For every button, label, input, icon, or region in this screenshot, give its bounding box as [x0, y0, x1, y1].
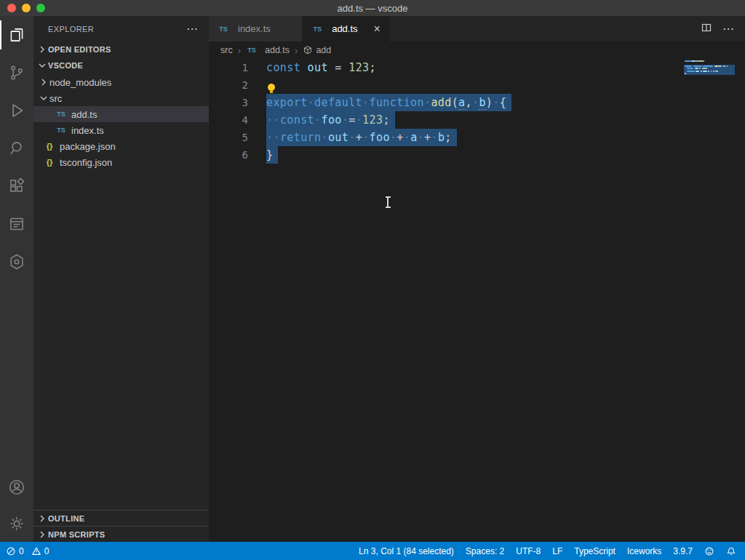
activity-item-account[interactable]	[0, 469, 33, 505]
typescript-file-icon: TS	[55, 111, 67, 118]
line-number: 5	[209, 129, 248, 146]
chevron-down-icon	[38, 92, 49, 104]
line-number: 3	[209, 94, 248, 111]
code-line-5: 5··return·out·+·foo·+·a·+·b;	[209, 129, 680, 146]
warning-icon	[31, 546, 41, 556]
zoom-window-button[interactable]	[36, 4, 45, 12]
lightbulb-icon[interactable]	[268, 84, 275, 91]
section-npm-scripts[interactable]: NPM SCRIPTS	[33, 526, 209, 542]
typescript-file-icon: TS	[218, 25, 229, 33]
tab-label: add.ts	[332, 23, 357, 34]
status-label: Ln 3, Col 1 (84 selected)	[359, 546, 454, 556]
line-text: export·default·function·add(a,·b)·{	[266, 94, 511, 111]
tree-item-add-ts[interactable]: TSadd.ts	[33, 106, 209, 122]
tree-item-label: package.json	[60, 141, 116, 152]
section-root-folder[interactable]: VSCODE	[33, 57, 209, 73]
status-warnings[interactable]: 0	[31, 546, 49, 556]
chevron-down-icon	[36, 60, 48, 71]
status-item[interactable]: Ln 3, Col 1 (84 selected)	[359, 546, 454, 556]
close-icon[interactable]: ×	[374, 23, 381, 35]
code-line-2: 2	[209, 76, 680, 94]
code-line-6: 6}	[209, 146, 680, 164]
title-bar: add.ts — vscode	[0, 0, 745, 16]
settings-gear-icon	[7, 514, 26, 533]
report-icon	[7, 215, 26, 233]
status-label: UTF-8	[516, 546, 541, 556]
window-controls	[0, 4, 45, 12]
line-text	[266, 76, 275, 94]
breadcrumb-label: add	[316, 45, 331, 55]
code-line-1: 1const out = 123;	[209, 59, 680, 76]
line-number: 4	[209, 111, 248, 129]
status-bar: 00 Ln 3, Col 1 (84 selected)Spaces: 2UTF…	[0, 542, 745, 560]
activity-item-explorer[interactable]	[0, 16, 33, 54]
split-editor-icon[interactable]	[701, 22, 712, 36]
tree-item-node-modules[interactable]: node_modules	[33, 74, 209, 90]
tree-item-package-json[interactable]: {}package.json	[33, 138, 209, 154]
minimize-window-button[interactable]	[22, 4, 31, 12]
status-label: LF	[552, 546, 562, 556]
line-number: 6	[209, 146, 248, 164]
status-item[interactable]: Spaces: 2	[466, 546, 504, 556]
source-control-icon	[7, 63, 26, 82]
mouse-text-cursor	[387, 196, 389, 208]
status-item[interactable]: Iceworks	[627, 546, 661, 556]
sidebar-more-actions-icon[interactable]: ⋯	[186, 25, 199, 33]
tree-item-index-ts[interactable]: TSindex.ts	[33, 122, 209, 138]
status-item[interactable]: UTF-8	[516, 546, 541, 556]
window-title: add.ts — vscode	[0, 3, 745, 14]
activity-bar	[0, 16, 33, 542]
status-errors[interactable]: 0	[6, 546, 24, 556]
minimap[interactable]	[685, 60, 734, 75]
activity-item-search[interactable]	[0, 129, 33, 167]
line-text: ··const·foo·=·123;	[266, 111, 395, 129]
status-item[interactable]: LF	[552, 546, 562, 556]
activity-item-source-control[interactable]	[0, 54, 33, 92]
status-item[interactable]: 3.9.7	[673, 546, 693, 556]
typescript-file-icon: TS	[55, 127, 67, 134]
tree-item-tsconfig-json[interactable]: {}tsconfig.json	[33, 154, 209, 170]
chevron-right-icon	[36, 44, 48, 55]
line-text: }	[266, 146, 278, 164]
tree-item-label: src	[49, 93, 62, 104]
status-label: TypeScript	[574, 546, 615, 556]
line-number: 2	[209, 76, 248, 94]
status-bell-icon[interactable]	[726, 546, 736, 556]
section-outline[interactable]: OUTLINE	[33, 510, 209, 526]
tab-index-ts[interactable]: TSindex.ts×	[209, 16, 303, 41]
activity-item-extensions[interactable]	[0, 167, 33, 205]
code-line-4: 4··const·foo·=·123;	[209, 111, 680, 129]
line-text: ··return·out·+·foo·+·a·+·b;	[266, 129, 457, 146]
feedback-icon	[704, 546, 714, 556]
line-text: const out = 123;	[266, 59, 376, 76]
section-open-editors[interactable]: OPEN EDITORS	[33, 41, 209, 57]
tree-item-label: add.ts	[71, 109, 97, 120]
code-editor[interactable]: 1const out = 123;23export·default·functi…	[209, 59, 745, 542]
breadcrumb-item-add-ts[interactable]: TSadd.ts	[246, 45, 290, 55]
status-item[interactable]: TypeScript	[574, 546, 615, 556]
status-label: Iceworks	[627, 546, 661, 556]
activity-item-report[interactable]	[0, 205, 33, 243]
breadcrumb-separator-icon: ›	[295, 45, 298, 56]
activity-item-settings[interactable]	[0, 505, 33, 542]
breadcrumb-item-add[interactable]: add	[303, 45, 331, 55]
typescript-file-icon: TS	[311, 25, 323, 33]
run-debug-icon	[7, 101, 26, 120]
tree-item-src[interactable]: src	[33, 90, 209, 106]
activity-item-hexagon[interactable]	[0, 243, 33, 281]
line-number: 1	[209, 59, 248, 76]
tree-item-label: node_modules	[49, 77, 111, 88]
activity-item-run-debug[interactable]	[0, 92, 33, 129]
status-count: 0	[19, 546, 24, 556]
breadcrumb-separator-icon: ›	[238, 45, 241, 56]
more-actions-icon[interactable]: ⋯	[722, 25, 735, 33]
extensions-icon	[7, 177, 26, 196]
status-feedback-icon[interactable]	[704, 546, 714, 556]
tab-add-ts[interactable]: TSadd.ts×	[303, 16, 390, 41]
status-label: 3.9.7	[673, 546, 693, 556]
close-window-button[interactable]	[7, 4, 16, 12]
breadcrumb-item-src[interactable]: src	[220, 45, 233, 55]
tab-bar: TSindex.ts×TSadd.ts× ⋯	[209, 16, 745, 41]
tab-label: index.ts	[238, 23, 271, 34]
file-tree: node_modulessrcTSadd.tsTSindex.ts{}packa…	[33, 73, 209, 510]
